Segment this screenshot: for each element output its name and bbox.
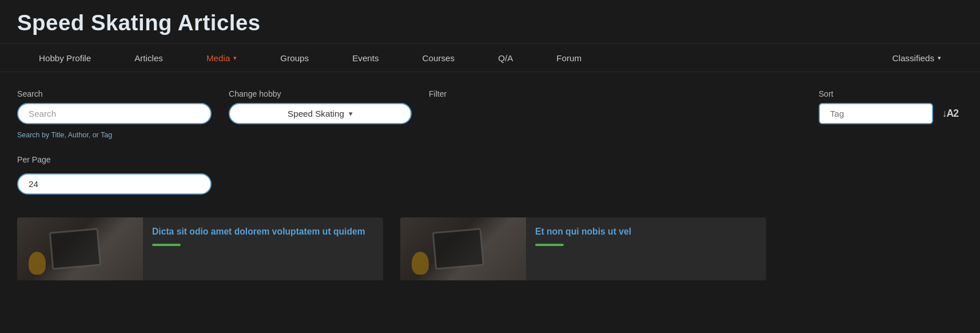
search-section: Search Search by Title, Author, or Tag C…: [0, 72, 980, 145]
per-page-label: Per Page: [17, 155, 963, 164]
table-row: Dicta sit odio amet dolorem voluptatem u…: [17, 217, 383, 280]
card-image-1: [17, 217, 143, 280]
nav-item-articles[interactable]: Articles: [113, 44, 185, 72]
nav-item-groups[interactable]: Groups: [258, 44, 330, 72]
table-row: Et non qui nobis ut vel: [400, 217, 766, 280]
nav-item-events[interactable]: Events: [330, 44, 400, 72]
main-nav: Hobby Profile Articles Media ▾ Groups Ev…: [0, 43, 980, 72]
media-dropdown-arrow: ▾: [233, 54, 237, 62]
sort-label: Sort: [819, 89, 963, 98]
page-title: Speed Skating Articles: [0, 0, 980, 43]
per-page-group: Per Page: [17, 155, 963, 195]
filter-group: Filter: [429, 89, 447, 98]
nav-item-classifieds[interactable]: Classifieds ▾: [871, 44, 963, 72]
nav-item-qa[interactable]: Q/A: [476, 44, 535, 72]
card-content-1: Dicta sit odio amet dolorem voluptatem u…: [143, 217, 383, 280]
sort-group: Sort ↓A2: [819, 89, 963, 124]
cards-section: Dicta sit odio amet dolorem voluptatem u…: [0, 200, 980, 280]
left-controls: Search Search by Title, Author, or Tag C…: [17, 89, 447, 139]
sort-input[interactable]: [819, 103, 933, 124]
change-hobby-label: Change hobby: [229, 89, 412, 98]
sort-controls: ↓A2: [819, 103, 963, 124]
nav-item-hobby-profile[interactable]: Hobby Profile: [17, 44, 113, 72]
card-image-placeholder-2: [400, 217, 526, 280]
card-title-1[interactable]: Dicta sit odio amet dolorem voluptatem u…: [152, 225, 374, 238]
sort-alpha-icon: ↓A2: [942, 108, 958, 120]
per-page-input[interactable]: [17, 173, 212, 195]
change-hobby-group: Change hobby Speed Skating ▾: [229, 89, 412, 124]
card-image-2: [400, 217, 526, 280]
card-title-2[interactable]: Et non qui nobis ut vel: [535, 225, 757, 238]
card-accent-bar-1: [152, 244, 181, 246]
card-content-2: Et non qui nobis ut vel: [526, 217, 766, 280]
search-hint: Search by Title, Author, or Tag: [17, 131, 212, 139]
classifieds-dropdown-arrow: ▾: [938, 54, 941, 62]
search-input-wrap: [17, 103, 212, 124]
per-page-section: Per Page: [0, 145, 980, 195]
top-controls: Search Search by Title, Author, or Tag C…: [17, 89, 963, 139]
filter-label: Filter: [429, 89, 447, 98]
nav-item-forum[interactable]: Forum: [535, 44, 603, 72]
right-controls: Sort ↓A2: [819, 89, 963, 124]
card-accent-bar-2: [535, 244, 564, 246]
change-hobby-button[interactable]: Speed Skating ▾: [229, 103, 412, 124]
hobby-dropdown-arrow: ▾: [349, 109, 353, 118]
nav-item-courses[interactable]: Courses: [401, 44, 477, 72]
nav-item-media[interactable]: Media ▾: [185, 44, 258, 72]
search-label: Search: [17, 89, 212, 98]
card-image-placeholder-1: [17, 217, 143, 280]
sort-alpha-button[interactable]: ↓A2: [938, 105, 963, 122]
search-input[interactable]: [17, 103, 212, 124]
search-group: Search Search by Title, Author, or Tag: [17, 89, 212, 139]
